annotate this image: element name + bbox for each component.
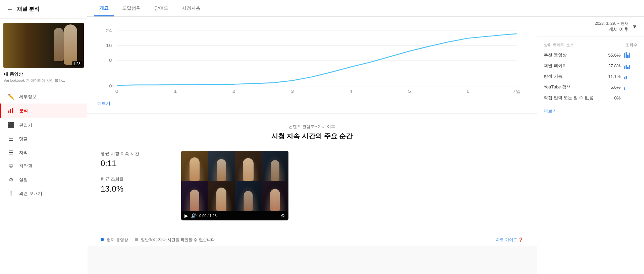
traffic-bar-1 <box>624 63 637 69</box>
sidebar-item-copyright[interactable]: © 저작권 <box>0 159 87 173</box>
sidebar-analytics-label: 분석 <box>19 108 28 114</box>
traffic-pct-2: 11.1% <box>605 74 621 79</box>
traffic-label-0: 추천 동영상 <box>544 52 605 58</box>
traffic-header-count: 조회수 <box>625 42 637 48</box>
chart-guide-link[interactable]: 차트 가이드 <box>496 237 517 242</box>
video-cell-3 <box>235 151 262 181</box>
traffic-row-2: 탐색 기능 11.1% <box>544 73 637 79</box>
svg-text:24: 24 <box>106 28 112 33</box>
sidebar-copyright-label: 저작권 <box>19 163 32 169</box>
traffic-header: 상위 트래픽 소스 조회수 <box>544 42 637 48</box>
sidebar-nav: ✏️ 세부정보 분석 ⬛ 편집기 ☰ 댓글 ☰ 자막 © <box>0 87 87 274</box>
traffic-bar-2 <box>624 73 637 79</box>
date-range-line1: 2023. 3. 29. ~ 현재 <box>595 21 629 26</box>
sidebar: ← 채널 분석 1:28 내 동영상 #ai lookbook 긴 생머리에 검… <box>0 0 87 274</box>
main-area: 개요 도달범위 참여도 시청자층 <box>87 0 644 274</box>
video-thumbnail: 1:28 <box>3 23 84 68</box>
svg-text:1: 1 <box>174 89 177 94</box>
video-cell-8 <box>262 181 288 211</box>
analytics-chart: 24 16 8 0 0 1 2 3 4 5 <box>97 23 527 97</box>
sidebar-edit-label: 편집기 <box>19 122 32 128</box>
video-tags: #ai lookbook 긴 생머리에 검정 블라... <box>0 78 87 87</box>
svg-text:5: 5 <box>408 89 411 94</box>
sidebar-item-label: 세부정보 <box>19 94 37 100</box>
date-range-header: 2023. 3. 29. ~ 현재 게시 이후 ▼ <box>537 17 644 37</box>
sidebar-settings-label: 설정 <box>19 177 28 183</box>
right-panel: 2023. 3. 29. ~ 현재 게시 이후 ▼ 상위 트래픽 소스 조회수 … <box>537 17 644 274</box>
tab-audience[interactable]: 시청자층 <box>176 0 206 16</box>
chart-wrapper: 24 16 8 0 0 1 2 3 4 5 <box>97 23 527 97</box>
video-duration: 1:28 <box>72 61 82 66</box>
svg-text:6: 6 <box>467 89 470 94</box>
pencil-icon: ✏️ <box>8 93 14 100</box>
feedback-icon: ❕ <box>8 190 14 197</box>
chart-icon <box>8 107 14 115</box>
general-dot <box>135 238 138 241</box>
interest-content: 평균 시청 지속 시간 0:11 평균 조회율 13.0% <box>101 151 523 220</box>
settings-video-button[interactable]: ⚙ <box>281 213 285 218</box>
svg-text:8: 8 <box>109 58 112 63</box>
date-dropdown-arrow[interactable]: ▼ <box>632 24 637 30</box>
sidebar-item-feedback[interactable]: ❕ 의견 보내기 <box>0 187 87 200</box>
traffic-label-2: 탐색 기능 <box>544 73 605 79</box>
comment-icon: ☰ <box>8 136 14 142</box>
video-cell-1 <box>181 151 208 181</box>
traffic-pct-1: 27.8% <box>605 63 621 68</box>
traffic-bar-3 <box>624 84 637 90</box>
tab-overview[interactable]: 개요 <box>94 0 114 16</box>
sidebar-item-subtitle[interactable]: ☰ 자막 <box>0 146 87 159</box>
traffic-row-3: YouTube 검색 5.6% <box>544 84 637 90</box>
general-label: 일반적이 지속 시간을 확인할 수 없습니다 <box>141 237 215 242</box>
date-range-line2: 게시 이후 <box>595 26 629 32</box>
avg-watch-label: 평균 시청 지속 시간 <box>101 151 168 157</box>
center-panel: 24 16 8 0 0 1 2 3 4 5 <box>87 17 537 274</box>
interest-subtitle: 콘텐츠 관심도 • 게시 이후 <box>101 124 523 130</box>
interest-stats: 평균 시청 지속 시간 0:11 평균 조회율 13.0% <box>101 151 168 202</box>
video-cell-6 <box>208 181 235 211</box>
sidebar-comment-label: 댓글 <box>19 136 28 142</box>
subtitle-icon: ☰ <box>8 149 14 156</box>
sidebar-title: 채널 분석 <box>17 6 40 13</box>
svg-text:0: 0 <box>109 84 112 88</box>
chart-guide-icon: ❓ <box>518 237 523 242</box>
svg-text:4: 4 <box>350 89 353 94</box>
sidebar-subtitle-label: 자막 <box>19 150 28 156</box>
current-video-dot <box>101 238 104 241</box>
traffic-section: 상위 트래픽 소스 조회수 추천 동영상 55.6% <box>537 37 644 120</box>
traffic-row-0: 추천 동영상 55.6% <box>544 52 637 58</box>
traffic-label-4: 직접 입력 또는 알 수 없음 <box>544 95 605 101</box>
traffic-more-link[interactable]: 더보기 <box>544 108 557 114</box>
chart-more-link[interactable]: 더보기 <box>97 100 110 107</box>
sidebar-item-detail[interactable]: ✏️ 세부정보 <box>0 90 87 104</box>
video-cell-4 <box>262 151 288 181</box>
edit-icon: ⬛ <box>8 122 14 128</box>
tab-engagement[interactable]: 참여도 <box>149 0 174 16</box>
volume-button[interactable]: 🔊 <box>191 213 197 218</box>
video-player[interactable]: ▶ 🔊 0:00 / 1:28 ⚙ <box>181 151 288 220</box>
svg-text:7일: 7일 <box>513 89 521 94</box>
svg-text:16: 16 <box>106 43 112 48</box>
sidebar-item-edit[interactable]: ⬛ 편집기 <box>0 118 87 132</box>
traffic-label-1: 채널 페이지 <box>544 63 605 69</box>
sidebar-header: ← 채널 분석 <box>0 0 87 19</box>
traffic-bar-0 <box>624 52 637 58</box>
copyright-icon: © <box>8 163 14 169</box>
svg-text:2: 2 <box>232 89 235 94</box>
time-display: 0:00 / 1:28 <box>199 214 278 218</box>
svg-text:0: 0 <box>115 89 118 94</box>
traffic-header-label: 상위 트래픽 소스 <box>544 42 574 48</box>
traffic-row-4: 직접 입력 또는 알 수 없음 0% <box>544 95 637 101</box>
video-controls[interactable]: ▶ 🔊 0:00 / 1:28 ⚙ <box>181 211 288 220</box>
traffic-label-3: YouTube 검색 <box>544 84 605 90</box>
bottom-legend: 현재 동영상 일반적이 지속 시간을 확인할 수 없습니다 차트 가이드 ❓ <box>87 230 537 246</box>
sidebar-item-comment[interactable]: ☰ 댓글 <box>0 132 87 146</box>
sidebar-item-analytics[interactable]: 분석 <box>0 104 87 118</box>
video-grid <box>181 151 288 211</box>
settings-icon: ⚙ <box>8 177 14 183</box>
tab-reach[interactable]: 도달범위 <box>117 0 146 16</box>
traffic-pct-4: 0% <box>605 95 621 100</box>
sidebar-item-settings[interactable]: ⚙ 설정 <box>0 173 87 187</box>
play-button[interactable]: ▶ <box>184 213 188 218</box>
avg-view-value: 13.0% <box>101 184 168 194</box>
back-button[interactable]: ← <box>7 5 13 13</box>
